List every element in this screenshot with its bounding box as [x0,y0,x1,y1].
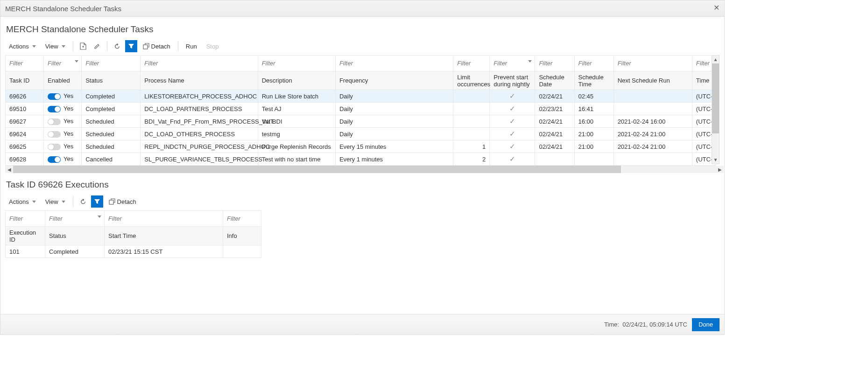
scroll-down-icon[interactable]: ▼ [712,156,719,164]
filter-frequency[interactable] [339,59,450,67]
filter-toggle-button[interactable] [125,40,137,52]
svg-rect-1 [109,200,113,204]
filter-exec-status[interactable] [48,215,85,223]
cell-process: LIKESTOREBATCH_PROCESS_ADHOC [141,90,258,103]
cell-desc: testmg [258,128,335,140]
exec-detach-button[interactable]: Detach [105,196,140,207]
cell-enabled: Yes [44,128,82,140]
filter-next-run[interactable] [617,59,689,67]
exec-refresh-button[interactable] [77,195,89,208]
cell-time: 21:00 [574,140,614,153]
col-process-name[interactable]: Process Name [141,71,258,90]
col-schedule-time[interactable]: Schedule Time [574,71,614,90]
col-prevent[interactable]: Prevent start during nightly [490,71,535,90]
table-row[interactable]: 69625YesScheduledREPL_INDCTN_PURGE_PROCE… [6,140,716,153]
exec-filter-toggle-button[interactable] [91,195,103,208]
footer-time: Time: 02/24/21, 05:09:14 UTC [604,321,687,328]
horizontal-scrollbar[interactable]: ◀ ▶ [5,166,724,173]
check-icon: ✓ [494,130,531,138]
table-row[interactable]: 101Completed02/23/21 15:15 CST [6,245,261,258]
cell-status: Cancelled [82,153,141,166]
filter-exec-info[interactable] [226,215,258,223]
check-icon: ✓ [494,92,531,100]
scroll-right-icon[interactable]: ▶ [716,166,724,173]
actions-menu[interactable]: Actions [5,41,40,52]
toggle-switch[interactable] [48,93,61,100]
col-exec-id[interactable]: Execution ID [6,227,45,245]
filter-prevent[interactable] [493,59,516,67]
filter-task-id[interactable] [8,59,41,67]
chevron-down-icon[interactable] [528,60,532,63]
toggle-switch[interactable] [48,131,61,138]
cell-time: 02:45 [574,90,614,103]
filter-process-name[interactable] [143,59,254,67]
chevron-down-icon [32,201,36,203]
cell-enabled: Yes [44,153,82,166]
col-next-run[interactable]: Next Schedule Run [614,71,692,90]
detach-button[interactable]: Detach [139,41,174,52]
cell-desc: Test AJ [258,103,335,115]
cell-process: DC_LOAD_PARTNERS_PROCESS [141,103,258,115]
separator [73,196,73,207]
cell-date: 02/23/21 [535,103,574,115]
filter-limit[interactable] [456,59,487,67]
cell-next [614,90,692,103]
filter-exec-id[interactable] [8,215,42,223]
scroll-left-icon[interactable]: ◀ [5,166,13,173]
time-value: 02/24/21, 05:09:14 UTC [622,321,687,328]
chevron-down-icon[interactable] [75,60,78,63]
col-schedule-date[interactable]: Schedule Date [535,71,574,90]
filter-schedule-date[interactable] [538,59,571,67]
cell-freq: Daily [335,103,453,115]
cell-time: 16:00 [574,115,614,128]
exec-actions-menu[interactable]: Actions [5,196,40,207]
toggle-switch[interactable] [48,156,61,163]
table-row[interactable]: 69624YesScheduledDC_LOAD_OTHERS_PROCESSt… [6,128,716,140]
filter-description[interactable] [261,59,332,67]
scroll-up-icon[interactable]: ▲ [712,56,719,63]
vertical-scrollbar[interactable]: ▲ ▼ [712,55,720,164]
cell-status: Scheduled [82,140,141,153]
filter-enabled[interactable] [47,59,66,67]
refresh-button[interactable] [111,40,123,52]
scroll-thumb[interactable] [712,63,719,133]
table-row[interactable]: 69627YesScheduledBDI_Vat_Fnd_PF_From_RMS… [6,115,716,128]
view-menu[interactable]: View [42,41,69,52]
filter-schedule-time[interactable] [578,59,611,67]
toggle-switch[interactable] [48,106,61,112]
tasks-toolbar: Actions View Detach R [5,40,720,52]
separator [73,41,73,51]
col-frequency[interactable]: Frequency [335,71,453,90]
done-button[interactable]: Done [692,318,720,331]
check-icon: ✓ [494,142,531,151]
col-enabled[interactable]: Enabled [44,71,82,90]
run-button[interactable]: Run [182,41,201,52]
col-limit[interactable]: Limit occurrences [453,71,490,90]
col-status[interactable]: Status [82,71,141,90]
filter-exec-start-time[interactable] [107,215,220,223]
col-exec-info[interactable]: Info [223,227,261,245]
filter-row [6,211,261,227]
new-button[interactable] [77,40,89,52]
chevron-down-icon [62,201,65,203]
col-exec-start-time[interactable]: Start Time [105,227,223,245]
exec-view-menu[interactable]: View [42,196,69,207]
close-icon[interactable]: ✕ [713,3,720,12]
filter-status[interactable] [85,59,137,67]
table-row[interactable]: 69626YesCompletedLIKESTOREBATCH_PROCESS_… [6,90,716,103]
actions-label: Actions [9,43,29,50]
dialog-title: MERCH Standalone Scheduler Tasks [5,5,121,13]
col-description[interactable]: Description [258,71,335,90]
toggle-switch[interactable] [48,144,61,150]
filter-tz[interactable] [695,59,713,67]
chevron-down-icon[interactable] [98,216,101,218]
table-row[interactable]: 69510YesCompletedDC_LOAD_PARTNERS_PROCES… [6,103,716,115]
cell-next: 2021-02-24 21:00 [614,128,692,140]
edit-button[interactable] [91,40,103,52]
col-exec-status[interactable]: Status [45,227,105,245]
col-task-id[interactable]: Task ID [6,71,44,90]
dialog-header: MERCH Standalone Scheduler Tasks ✕ [0,0,724,17]
toggle-switch[interactable] [48,118,61,125]
table-row[interactable]: 69628YesCancelledSL_PURGE_VARIANCE_TBLS_… [6,153,716,166]
cell-time [574,153,614,166]
